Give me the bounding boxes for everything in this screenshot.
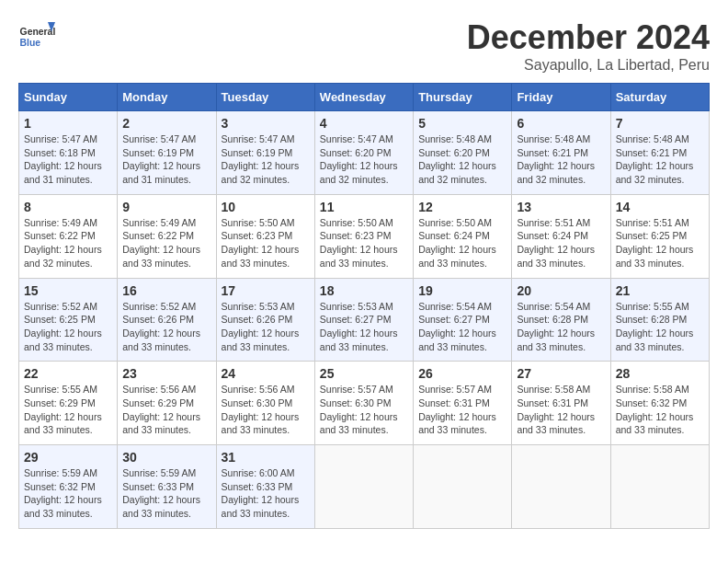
day-info: Sunrise: 5:54 AM Sunset: 6:27 PM Dayligh…: [418, 300, 506, 354]
day-info: Sunrise: 5:56 AM Sunset: 6:30 PM Dayligh…: [222, 383, 310, 437]
day-number: 2: [122, 116, 210, 131]
day-info: Sunrise: 5:57 AM Sunset: 6:30 PM Dayligh…: [320, 383, 408, 437]
day-number: 13: [517, 200, 605, 214]
location: Sayapullo, La Libertad, Peru: [467, 57, 710, 74]
logo-icon: General Blue: [18, 18, 55, 55]
day-number: 20: [517, 283, 605, 298]
calendar-cell: 12 Sunrise: 5:50 AM Sunset: 6:24 PM Dayl…: [414, 194, 512, 278]
day-info: Sunrise: 5:47 AM Sunset: 6:18 PM Dayligh…: [24, 132, 112, 187]
calendar-table: SundayMondayTuesdayWednesdayThursdayFrid…: [18, 83, 710, 529]
day-info: Sunrise: 5:57 AM Sunset: 6:31 PM Dayligh…: [418, 383, 506, 437]
day-info: Sunrise: 5:59 AM Sunset: 6:32 PM Dayligh…: [24, 466, 112, 521]
day-info: Sunrise: 5:49 AM Sunset: 6:22 PM Dayligh…: [122, 216, 210, 270]
day-number: 31: [222, 450, 310, 465]
calendar-cell: 19 Sunrise: 5:54 AM Sunset: 6:27 PM Dayl…: [414, 278, 512, 362]
day-info: Sunrise: 5:48 AM Sunset: 6:21 PM Dayligh…: [616, 132, 704, 187]
day-info: Sunrise: 5:51 AM Sunset: 6:24 PM Dayligh…: [517, 216, 605, 270]
day-info: Sunrise: 5:49 AM Sunset: 6:22 PM Dayligh…: [24, 216, 112, 270]
calendar-cell: [512, 445, 610, 529]
calendar-cell: 6 Sunrise: 5:48 AM Sunset: 6:21 PM Dayli…: [512, 111, 610, 195]
day-info: Sunrise: 5:51 AM Sunset: 6:25 PM Dayligh…: [616, 216, 704, 270]
calendar-cell: 10 Sunrise: 5:50 AM Sunset: 6:23 PM Dayl…: [216, 194, 314, 278]
day-number: 19: [418, 283, 506, 298]
day-number: 27: [517, 366, 605, 381]
day-number: 18: [320, 283, 408, 298]
weekday-header-sunday: Sunday: [19, 84, 118, 111]
calendar-cell: 5 Sunrise: 5:48 AM Sunset: 6:20 PM Dayli…: [414, 111, 512, 195]
calendar-week-row: 15 Sunrise: 5:52 AM Sunset: 6:25 PM Dayl…: [19, 278, 710, 362]
calendar-cell: 4 Sunrise: 5:47 AM Sunset: 6:20 PM Dayli…: [314, 111, 413, 195]
day-info: Sunrise: 5:53 AM Sunset: 6:26 PM Dayligh…: [222, 300, 310, 354]
calendar-cell: 18 Sunrise: 5:53 AM Sunset: 6:27 PM Dayl…: [314, 278, 413, 362]
day-info: Sunrise: 5:54 AM Sunset: 6:28 PM Dayligh…: [517, 300, 605, 354]
calendar-cell: 24 Sunrise: 5:56 AM Sunset: 6:30 PM Dayl…: [216, 362, 314, 445]
weekday-header-monday: Monday: [118, 84, 216, 111]
day-info: Sunrise: 5:58 AM Sunset: 6:32 PM Dayligh…: [616, 383, 704, 437]
day-number: 5: [418, 116, 506, 131]
day-info: Sunrise: 5:52 AM Sunset: 6:26 PM Dayligh…: [122, 300, 210, 354]
day-number: 7: [616, 116, 704, 131]
day-number: 1: [24, 116, 112, 131]
day-info: Sunrise: 5:56 AM Sunset: 6:29 PM Dayligh…: [122, 383, 210, 437]
day-info: Sunrise: 5:50 AM Sunset: 6:24 PM Dayligh…: [418, 216, 506, 270]
calendar-cell: 28 Sunrise: 5:58 AM Sunset: 6:32 PM Dayl…: [610, 362, 709, 445]
day-info: Sunrise: 5:59 AM Sunset: 6:33 PM Dayligh…: [122, 466, 210, 521]
day-number: 10: [222, 200, 310, 214]
day-info: Sunrise: 5:52 AM Sunset: 6:25 PM Dayligh…: [24, 300, 112, 354]
weekday-header-tuesday: Tuesday: [216, 84, 314, 111]
calendar-week-row: 22 Sunrise: 5:55 AM Sunset: 6:29 PM Dayl…: [19, 362, 710, 445]
calendar-cell: 26 Sunrise: 5:57 AM Sunset: 6:31 PM Dayl…: [414, 362, 512, 445]
day-number: 4: [320, 116, 408, 131]
calendar-cell: 7 Sunrise: 5:48 AM Sunset: 6:21 PM Dayli…: [610, 111, 709, 195]
day-info: Sunrise: 6:00 AM Sunset: 6:33 PM Dayligh…: [222, 466, 310, 521]
day-number: 6: [517, 116, 605, 131]
day-number: 24: [222, 366, 310, 381]
weekday-header-friday: Friday: [512, 84, 610, 111]
day-info: Sunrise: 5:53 AM Sunset: 6:27 PM Dayligh…: [320, 300, 408, 354]
day-number: 25: [320, 366, 408, 381]
calendar-cell: 16 Sunrise: 5:52 AM Sunset: 6:26 PM Dayl…: [118, 278, 216, 362]
calendar-week-row: 1 Sunrise: 5:47 AM Sunset: 6:18 PM Dayli…: [19, 111, 710, 195]
day-number: 29: [24, 450, 112, 465]
calendar-cell: 15 Sunrise: 5:52 AM Sunset: 6:25 PM Dayl…: [19, 278, 118, 362]
day-info: Sunrise: 5:55 AM Sunset: 6:29 PM Dayligh…: [24, 383, 112, 437]
calendar-cell: 22 Sunrise: 5:55 AM Sunset: 6:29 PM Dayl…: [19, 362, 118, 445]
calendar-cell: [610, 445, 709, 529]
title-block: December 2024 Sayapullo, La Libertad, Pe…: [467, 18, 710, 74]
day-info: Sunrise: 5:48 AM Sunset: 6:21 PM Dayligh…: [517, 132, 605, 187]
day-number: 23: [122, 366, 210, 381]
calendar-cell: 20 Sunrise: 5:54 AM Sunset: 6:28 PM Dayl…: [512, 278, 610, 362]
day-number: 12: [418, 200, 506, 214]
day-info: Sunrise: 5:55 AM Sunset: 6:28 PM Dayligh…: [616, 300, 704, 354]
calendar-cell: 8 Sunrise: 5:49 AM Sunset: 6:22 PM Dayli…: [19, 194, 118, 278]
svg-text:Blue: Blue: [20, 38, 41, 48]
calendar-cell: 25 Sunrise: 5:57 AM Sunset: 6:30 PM Dayl…: [314, 362, 413, 445]
day-number: 26: [418, 366, 506, 381]
calendar-cell: [314, 445, 413, 529]
calendar-cell: [414, 445, 512, 529]
calendar-week-row: 8 Sunrise: 5:49 AM Sunset: 6:22 PM Dayli…: [19, 194, 710, 278]
day-number: 8: [24, 200, 112, 214]
day-number: 16: [122, 283, 210, 298]
day-number: 17: [222, 283, 310, 298]
day-info: Sunrise: 5:50 AM Sunset: 6:23 PM Dayligh…: [222, 216, 310, 270]
calendar-week-row: 29 Sunrise: 5:59 AM Sunset: 6:32 PM Dayl…: [19, 445, 710, 529]
calendar-cell: 27 Sunrise: 5:58 AM Sunset: 6:31 PM Dayl…: [512, 362, 610, 445]
day-info: Sunrise: 5:58 AM Sunset: 6:31 PM Dayligh…: [517, 383, 605, 437]
day-number: 15: [24, 283, 112, 298]
page-header: General Blue December 2024 Sayapullo, La…: [18, 18, 710, 74]
day-info: Sunrise: 5:50 AM Sunset: 6:23 PM Dayligh…: [320, 216, 408, 270]
weekday-header-saturday: Saturday: [610, 84, 709, 111]
calendar-cell: 13 Sunrise: 5:51 AM Sunset: 6:24 PM Dayl…: [512, 194, 610, 278]
day-number: 28: [616, 366, 704, 381]
calendar-cell: 30 Sunrise: 5:59 AM Sunset: 6:33 PM Dayl…: [118, 445, 216, 529]
day-number: 21: [616, 283, 704, 298]
svg-text:General: General: [20, 27, 55, 37]
calendar-cell: 3 Sunrise: 5:47 AM Sunset: 6:19 PM Dayli…: [216, 111, 314, 195]
day-number: 14: [616, 200, 704, 214]
day-info: Sunrise: 5:47 AM Sunset: 6:19 PM Dayligh…: [122, 132, 210, 187]
day-number: 11: [320, 200, 408, 214]
day-number: 22: [24, 366, 112, 381]
calendar-cell: 9 Sunrise: 5:49 AM Sunset: 6:22 PM Dayli…: [118, 194, 216, 278]
day-number: 30: [122, 450, 210, 465]
